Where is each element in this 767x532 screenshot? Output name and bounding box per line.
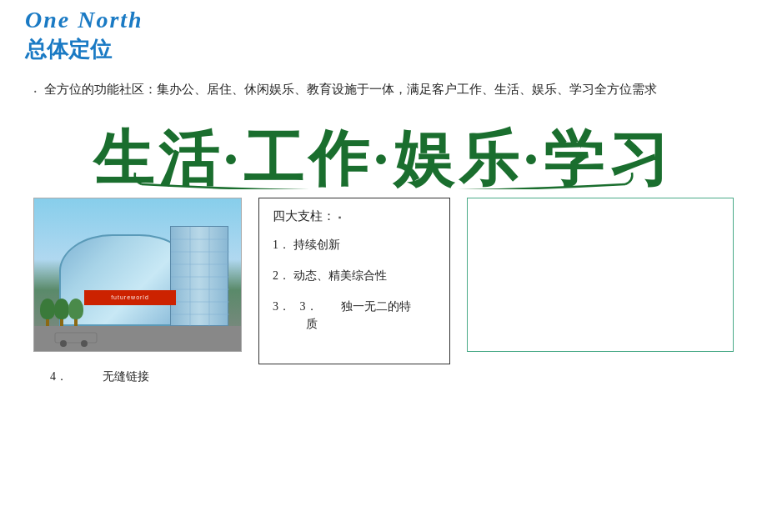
pillar-text-2: 动态、精美综合性 <box>293 269 387 282</box>
right-box <box>467 198 734 352</box>
svg-text:生活·工作·娱乐·学习: 生活·工作·娱乐·学习 <box>93 126 674 189</box>
pillar-item-3: 3． 3． 独一无二的特质 <box>273 298 436 333</box>
pillar-item-4: 4． 无缝链接 <box>33 369 742 384</box>
bottom-area: futureworld 四大支柱： ▪ 1． 持续创新 <box>25 198 742 364</box>
red-banner: futureworld <box>84 290 176 305</box>
page: One North 总体定位 · 全方位的功能社区：集办公、居住、休闲娱乐、教育… <box>0 0 767 532</box>
slogan-decoration-top: 生活·工作·娱乐·学习 <box>92 114 675 189</box>
building-photo: futureworld <box>33 198 242 352</box>
pillar-num-1: 1． <box>273 238 290 251</box>
pillars-box: 四大支柱： ▪ 1． 持续创新 2． 动态、精美综合性 3． 3． 独一无二的特… <box>258 198 450 364</box>
bullet-section: · 全方位的功能社区：集办公、居住、休闲娱乐、教育设施于一体，满足客户工作、生活… <box>33 79 742 104</box>
pillar-item-2: 2． 动态、精美综合性 <box>273 267 436 284</box>
pillar-num-2: 2． <box>273 269 290 282</box>
trees <box>43 299 81 328</box>
pillar-title-dot: ▪ <box>338 213 342 222</box>
pillar-text-3: 3． 独一无二的特质 <box>273 300 411 330</box>
bullet-item: · 全方位的功能社区：集办公、居住、休闲娱乐、教育设施于一体，满足客户工作、生活… <box>33 79 742 104</box>
pillars-title: 四大支柱： ▪ <box>273 208 436 224</box>
pillars-title-text: 四大支柱： <box>273 209 335 223</box>
building-facade <box>170 226 228 326</box>
header-section: One North 总体定位 <box>25 0 742 64</box>
svg-point-12 <box>81 340 88 347</box>
bullet-icon: · <box>33 80 38 104</box>
bullet-text: 全方位的功能社区：集办公、居住、休闲娱乐、教育设施于一体，满足客户工作、生活、娱… <box>44 79 657 99</box>
pillar-text-1: 持续创新 <box>293 238 340 251</box>
pillar-item-1: 1． 持续创新 <box>273 236 436 253</box>
slogan-container: 生活·工作·娱乐·学习 <box>25 114 742 189</box>
svg-point-11 <box>60 340 67 347</box>
title-en: One North <box>25 0 742 33</box>
title-zh: 总体定位 <box>25 35 742 64</box>
pillar-num-3: 3． <box>273 300 290 313</box>
